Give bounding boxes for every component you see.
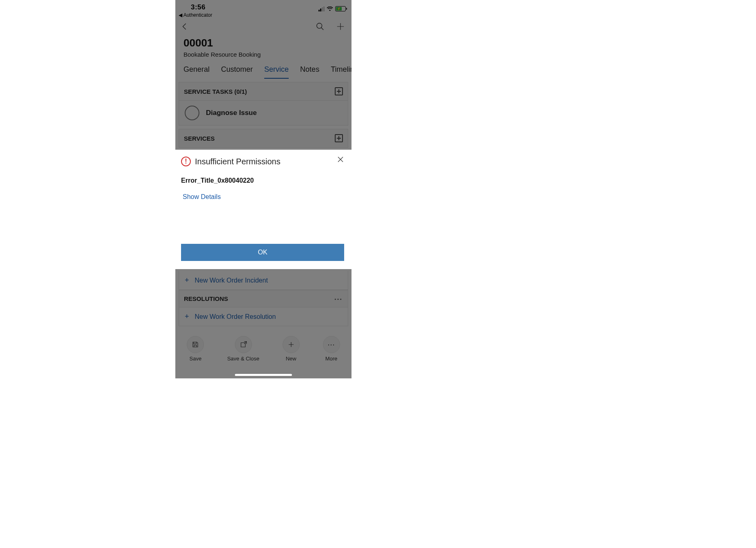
- plus-icon: [287, 341, 295, 348]
- error-modal: ! Insufficient Permissions Error_Title_0…: [175, 150, 351, 269]
- error-code: Error_Title_0x80040220: [181, 177, 344, 184]
- back-button[interactable]: [180, 22, 189, 33]
- link-label: New Work Order Resolution: [195, 313, 276, 320]
- search-button[interactable]: [316, 22, 325, 33]
- add-grid-icon[interactable]: [335, 134, 343, 142]
- search-icon: [316, 22, 325, 31]
- wifi-icon: [327, 7, 333, 11]
- save-close-icon: [240, 341, 247, 348]
- resolutions-title: RESOLUTIONS: [184, 295, 228, 302]
- close-button[interactable]: [338, 156, 343, 164]
- svg-point-1: [317, 23, 322, 29]
- save-icon: [192, 341, 199, 348]
- services-title: SERVICES: [184, 135, 215, 142]
- more-icon: ⋯: [327, 340, 336, 349]
- status-bar: 3:56: [175, 0, 351, 11]
- show-details-link[interactable]: Show Details: [183, 193, 344, 201]
- lower-sections: + New Work Order Incident RESOLUTIONS ⋯ …: [179, 271, 348, 326]
- add-button[interactable]: [336, 22, 345, 33]
- close-icon: [338, 157, 343, 162]
- back-to-authenticator[interactable]: ◀ Authenticator: [175, 12, 351, 18]
- new-work-order-resolution[interactable]: + New Work Order Resolution: [179, 307, 348, 326]
- service-tasks-title: SERVICE TASKS (0/1): [184, 88, 247, 95]
- resolutions-header[interactable]: RESOLUTIONS ⋯: [179, 290, 348, 307]
- add-grid-icon[interactable]: [335, 87, 343, 95]
- battery-icon: [335, 6, 346, 11]
- tab-notes[interactable]: Notes: [300, 65, 319, 79]
- task-label: Diagnose Issue: [206, 109, 257, 117]
- services-section: SERVICES: [179, 129, 348, 148]
- home-indicator[interactable]: [235, 374, 292, 376]
- task-row[interactable]: Diagnose Issue: [179, 101, 348, 126]
- error-icon: !: [181, 157, 191, 166]
- chevron-left-icon: [180, 22, 189, 31]
- modal-title: Insufficient Permissions: [195, 157, 281, 166]
- tab-service[interactable]: Service: [264, 65, 289, 79]
- phone-screen: 3:56 ◀ Authenticator 00001 Bookable Reso…: [175, 0, 351, 378]
- status-time: 3:56: [191, 3, 206, 11]
- tab-general[interactable]: General: [183, 65, 210, 79]
- cellular-signal-icon: [318, 7, 325, 11]
- new-button[interactable]: New: [283, 336, 300, 362]
- plus-icon: +: [185, 276, 189, 285]
- new-work-order-incident[interactable]: + New Work Order Incident: [179, 271, 348, 290]
- plus-icon: +: [185, 312, 189, 321]
- nav-bar: [175, 18, 351, 35]
- status-icons: [318, 6, 346, 11]
- services-header[interactable]: SERVICES: [179, 129, 348, 148]
- save-button[interactable]: Save: [187, 336, 204, 362]
- save-close-label: Save & Close: [227, 356, 259, 362]
- record-header: 00001 Bookable Resource Booking: [175, 35, 351, 62]
- entity-name: Bookable Resource Booking: [183, 51, 343, 58]
- plus-icon: [336, 22, 345, 31]
- svg-point-0: [329, 9, 331, 11]
- save-label: Save: [190, 356, 202, 362]
- tab-strip: General Customer Service Notes Timeline: [175, 62, 351, 79]
- link-label: New Work Order Incident: [195, 277, 268, 284]
- record-id: 00001: [183, 37, 343, 49]
- task-checkbox[interactable]: [185, 106, 199, 120]
- new-label: New: [286, 356, 296, 362]
- ok-button[interactable]: OK: [181, 244, 344, 261]
- command-bar: Save Save & Close New ⋯ More: [175, 330, 351, 378]
- service-tasks-section: SERVICE TASKS (0/1) Diagnose Issue: [179, 82, 348, 126]
- tab-customer[interactable]: Customer: [221, 65, 253, 79]
- tab-timeline[interactable]: Timeline: [331, 65, 351, 79]
- save-close-button[interactable]: Save & Close: [227, 336, 259, 362]
- more-button[interactable]: ⋯ More: [323, 336, 340, 362]
- service-tasks-header[interactable]: SERVICE TASKS (0/1): [179, 82, 348, 101]
- more-label: More: [325, 356, 338, 362]
